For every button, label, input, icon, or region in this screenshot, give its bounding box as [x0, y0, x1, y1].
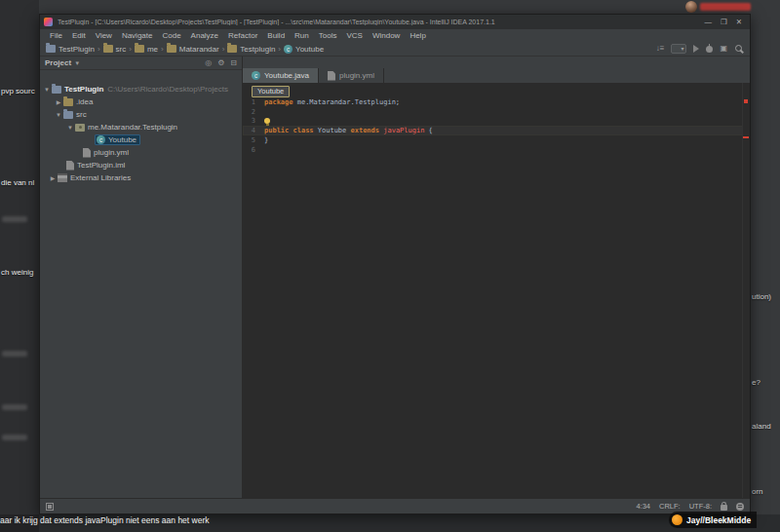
- code-line-2[interactable]: 2: [243, 107, 750, 117]
- minimize-button[interactable]: —: [704, 18, 712, 27]
- breadcrumb-src[interactable]: src: [103, 45, 127, 54]
- navigation-bar: TestPlugin src me Matarandar: [40, 42, 750, 57]
- code-line-6[interactable]: 6: [243, 145, 750, 155]
- line-number: 2: [243, 108, 255, 116]
- encoding-indicator[interactable]: UTF-8:: [689, 502, 712, 511]
- menu-view[interactable]: View: [91, 31, 117, 40]
- line-ending-indicator[interactable]: CRLF:: [659, 502, 681, 511]
- error-marker-top[interactable]: [744, 99, 748, 103]
- chevron-right-icon: [128, 45, 133, 54]
- breadcrumb-youtube[interactable]: Youtube: [284, 45, 324, 54]
- tree-row-package[interactable]: ▼ me.Matarandar.Testplugin: [40, 121, 242, 133]
- collapse-all-icon[interactable]: ⊟: [230, 58, 237, 68]
- readonly-lock-icon[interactable]: [721, 505, 727, 511]
- menu-build[interactable]: Build: [262, 31, 290, 40]
- chat-fragment: die van nl: [1, 178, 34, 187]
- menu-refactor[interactable]: Refactor: [223, 31, 262, 40]
- chevron-down-icon[interactable]: ▼: [74, 60, 80, 66]
- close-button[interactable]: ✕: [736, 18, 742, 27]
- project-icon: [46, 45, 56, 53]
- chevron-right-icon: [277, 45, 282, 54]
- unresolved-symbol-token: javaPlugin: [383, 127, 428, 134]
- tree-label: .idea: [76, 97, 93, 106]
- tree-row-iml[interactable]: TestPlugin.iml: [40, 159, 242, 171]
- tree-label: plugin.yml: [94, 148, 129, 157]
- project-panel-title[interactable]: Project: [45, 58, 71, 67]
- tree-label: External Libraries: [70, 173, 131, 182]
- error-stripe-scrollbar[interactable]: [742, 83, 750, 498]
- expander-icon[interactable]: ▶: [48, 174, 58, 181]
- watermark-text: Jay//BleekMidde: [686, 515, 751, 525]
- code-line-4[interactable]: 4 public class Youtube extends javaPlugi…: [243, 126, 750, 135]
- gear-icon[interactable]: ⚙: [217, 58, 224, 68]
- tab-plugin-yml[interactable]: plugin.yml: [319, 68, 384, 83]
- tree-row-src[interactable]: ▼ src: [40, 108, 242, 121]
- locate-file-icon[interactable]: ◎: [205, 58, 212, 68]
- breadcrumb-testplugin[interactable]: Testplugin: [227, 45, 275, 54]
- breadcrumb-matarandar[interactable]: Matarandar: [167, 45, 219, 54]
- menu-help[interactable]: Help: [405, 31, 430, 40]
- project-folder-icon: [52, 86, 61, 94]
- file-icon: [83, 148, 91, 158]
- menu-analyze[interactable]: Analyze: [186, 31, 223, 40]
- breadcrumb-label: Matarandar: [179, 45, 219, 54]
- toolwindow-toggle-icon[interactable]: [46, 503, 54, 511]
- title-bar[interactable]: TestPlugin - [C:\Users\Ricardo\Desktop\P…: [40, 15, 750, 29]
- menu-run[interactable]: Run: [290, 31, 314, 40]
- expander-icon[interactable]: ▼: [54, 112, 63, 118]
- expander-icon[interactable]: ▼: [42, 87, 52, 93]
- code-editor[interactable]: Youtube 1 package me.Matarandar.Testplug…: [243, 83, 750, 498]
- tree-row-plugin-yml[interactable]: plugin.yml: [40, 146, 242, 159]
- tree-label: TestPlugin.iml: [77, 161, 125, 170]
- code-token: {: [429, 127, 433, 134]
- menu-edit[interactable]: Edit: [67, 31, 91, 40]
- debug-icon[interactable]: [706, 46, 713, 53]
- code-line-5[interactable]: 5 }: [243, 135, 750, 145]
- tab-youtube-java[interactable]: Youtube.java: [243, 68, 319, 83]
- code-line-1[interactable]: 1 package me.Matarandar.Testplugin;: [243, 97, 750, 107]
- caret-position[interactable]: 4:34: [636, 502, 650, 511]
- screenshot-root: { "overlay": { "chat_left": [ { "text": …: [0, 0, 780, 532]
- user-avatar: [685, 1, 697, 13]
- structure-sort-icon[interactable]: ↓≡: [656, 44, 665, 54]
- search-icon[interactable]: [734, 44, 744, 54]
- tree-row-project-root[interactable]: ▼ TestPlugin C:\Users\Ricardo\Desktop\Pr…: [40, 83, 242, 95]
- maximize-button[interactable]: ❐: [721, 18, 727, 27]
- menu-vcs[interactable]: VCS: [341, 31, 367, 40]
- intellij-window: TestPlugin - [C:\Users\Ricardo\Desktop\P…: [39, 14, 751, 514]
- keyword-token: public class: [264, 127, 318, 134]
- folder-icon: [227, 45, 237, 53]
- code-line-3[interactable]: 3: [243, 117, 750, 127]
- folder-icon: [135, 45, 144, 53]
- tree-row-external-libraries[interactable]: ▶ External Libraries: [40, 171, 242, 184]
- menu-navigate[interactable]: Navigate: [117, 31, 158, 40]
- intention-bulb-icon[interactable]: [264, 118, 270, 124]
- line-number: 6: [243, 146, 255, 154]
- menu-tools[interactable]: Tools: [314, 31, 342, 40]
- line-number: 4: [243, 127, 255, 134]
- run-configurations-dropdown[interactable]: ▾: [671, 44, 686, 54]
- tree-label: Youtube: [108, 135, 136, 144]
- breadcrumb-project[interactable]: TestPlugin: [46, 45, 95, 54]
- run-icon[interactable]: [693, 45, 699, 53]
- coverage-icon[interactable]: ▣: [720, 44, 727, 54]
- menu-code[interactable]: Code: [157, 31, 185, 40]
- desktop-background: pvp sourc die van nl ch weinig ution) e?…: [0, 0, 780, 532]
- line-number: 3: [243, 117, 255, 125]
- tree-row-youtube-class[interactable]: Youtube: [40, 133, 242, 146]
- project-tree: ▼ TestPlugin C:\Users\Ricardo\Desktop\Pr…: [40, 70, 242, 498]
- menu-window[interactable]: Window: [368, 31, 405, 40]
- line-number: 1: [243, 98, 255, 106]
- breadcrumb-label: TestPlugin: [58, 45, 95, 54]
- menu-file[interactable]: File: [45, 31, 67, 40]
- breadcrumb-me[interactable]: me: [135, 45, 158, 54]
- code-token: me.Matarandar.Testplugin;: [297, 98, 400, 106]
- tree-row-idea[interactable]: ▶ .idea: [40, 95, 242, 108]
- expander-icon[interactable]: ▶: [54, 98, 63, 105]
- expander-icon[interactable]: ▼: [65, 125, 75, 131]
- breadcrumb-label: Testplugin: [240, 45, 275, 54]
- keyword-token: package: [264, 98, 297, 106]
- error-marker-line4[interactable]: [743, 136, 749, 138]
- hector-inspections-icon[interactable]: [736, 503, 744, 511]
- class-icon: [252, 71, 260, 80]
